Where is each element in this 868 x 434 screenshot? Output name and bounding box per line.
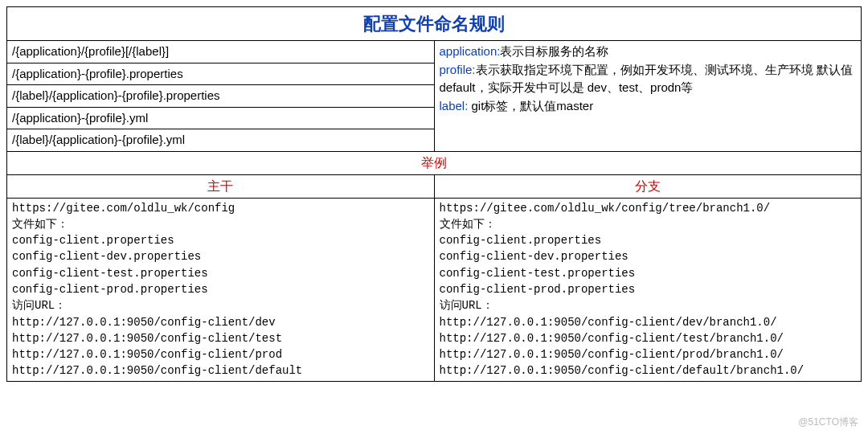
branch-header: 分支 bbox=[434, 174, 862, 198]
pattern-cell: /{application}-{profile}.properties bbox=[7, 63, 435, 85]
text-label: git标签，默认值master bbox=[468, 99, 593, 113]
pattern-cell: /{application}/{profile}[/{label}] bbox=[7, 41, 435, 63]
term-application: application: bbox=[440, 44, 501, 58]
trunk-header: 主干 bbox=[7, 174, 435, 198]
pattern-cell: /{label}/{application}-{profile}.yml bbox=[7, 129, 435, 152]
example-header: 举例 bbox=[7, 151, 862, 174]
pattern-cell: /{label}/{application}-{profile}.propert… bbox=[7, 85, 435, 108]
description-cell: application:表示目标服务的名称 profile:表示获取指定环境下配… bbox=[434, 41, 862, 152]
table-title: 配置文件命名规则 bbox=[7, 7, 862, 41]
text-application: 表示目标服务的名称 bbox=[500, 44, 608, 58]
config-naming-table: 配置文件命名规则 /{application}/{profile}[/{labe… bbox=[6, 6, 862, 382]
text-profile: 表示获取指定环境下配置，例如开发环境、测试环境、生产环境 默认值default，… bbox=[440, 63, 853, 95]
branch-body: https://gitee.com/oldlu_wk/config/tree/b… bbox=[434, 198, 862, 381]
term-label: label: bbox=[440, 99, 469, 113]
trunk-body: https://gitee.com/oldlu_wk/config 文件如下： … bbox=[7, 198, 435, 381]
pattern-cell: /{application}-{profile}.yml bbox=[7, 107, 435, 129]
term-profile: profile: bbox=[440, 63, 476, 76]
